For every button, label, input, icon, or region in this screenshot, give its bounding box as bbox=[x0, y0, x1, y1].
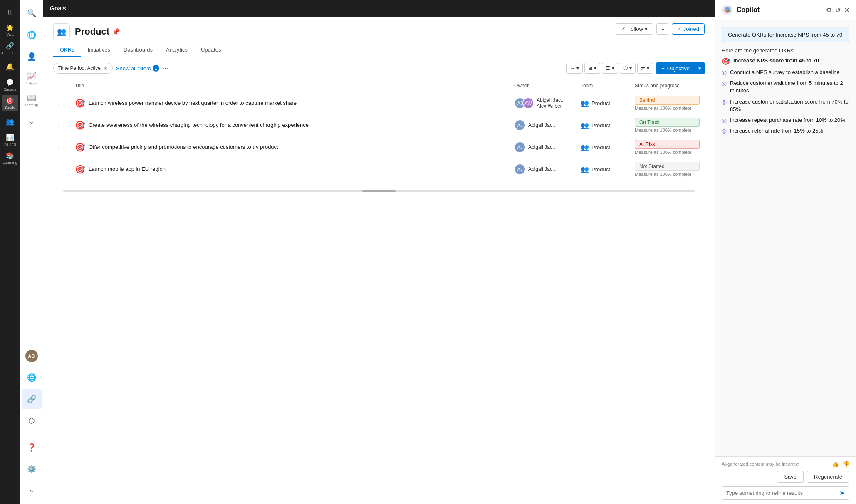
sidebar-item-learning[interactable]: 📖 Learning bbox=[22, 90, 42, 110]
nav-insights[interactable]: 📊 Insights bbox=[2, 131, 18, 148]
joined-button[interactable]: ✓ Joined bbox=[672, 23, 705, 35]
nav-people[interactable]: 👥 bbox=[2, 113, 18, 130]
view-table-button[interactable]: ☰ ▾ bbox=[602, 63, 618, 74]
save-button[interactable]: Save bbox=[777, 471, 804, 483]
okr-circle-icon-5: ◎ bbox=[722, 128, 727, 134]
expand-cell-2[interactable]: › bbox=[53, 114, 70, 136]
more-button[interactable]: ··· bbox=[656, 23, 668, 35]
sidebar-item-insights[interactable]: 📈 Insights bbox=[22, 68, 42, 88]
team-content-1: 👥 Product bbox=[581, 99, 625, 107]
view-connect-button[interactable]: ⬡ ▾ bbox=[620, 63, 636, 74]
team-content-4: 👥 Product bbox=[581, 166, 625, 173]
avatar-group-2: AJ bbox=[514, 119, 526, 131]
list-dropdown-icon: ▾ bbox=[576, 65, 579, 71]
nav-learning[interactable]: 📚 Learning bbox=[2, 150, 18, 166]
expand-icon-3[interactable]: › bbox=[58, 145, 60, 151]
title-content-2: 🎯 Create awareness of the wireless charg… bbox=[75, 120, 504, 130]
status-badge-4: Not Started bbox=[635, 162, 700, 171]
okr-text-5: Increase referral rate from 15% to 25% bbox=[730, 127, 823, 135]
title-content-3: 🎯 Offer competitive pricing and promotio… bbox=[75, 142, 504, 152]
team-col-header: Team bbox=[576, 79, 630, 92]
expand-cell-3[interactable]: › bbox=[53, 136, 70, 158]
follow-button[interactable]: ✓ Follow ▾ bbox=[616, 23, 653, 35]
owner-cell-1: AJ AW Abigail Jac... Alex Wilber bbox=[509, 92, 576, 114]
copilot-title-area: Copilot bbox=[722, 4, 760, 16]
okr-generated-item-3: ◎ Increase customer satisfaction score f… bbox=[722, 98, 849, 113]
team-cell-1: 👥 Product bbox=[576, 92, 630, 114]
avatar-group-1: AJ AW bbox=[514, 97, 534, 109]
expand-cell-1[interactable]: › bbox=[53, 92, 70, 114]
pin-icon: 📌 bbox=[112, 28, 120, 36]
sidebar-avatar1[interactable]: AB bbox=[22, 346, 42, 366]
objective-dropdown-icon[interactable]: ▾ bbox=[695, 62, 705, 74]
sidebar-goals-active[interactable]: 🔗 bbox=[22, 389, 42, 409]
tab-okrs[interactable]: OKRs bbox=[53, 43, 81, 57]
tab-initiatives[interactable]: Initiatives bbox=[81, 43, 117, 57]
nav-notifications[interactable]: 🔔 bbox=[2, 58, 18, 75]
thumbs-down-button[interactable]: 👎 bbox=[842, 461, 849, 467]
sidebar-item-globe[interactable]: 🌐 bbox=[22, 25, 42, 45]
thumbs-up-button[interactable]: 👍 bbox=[832, 461, 839, 467]
nav-goals[interactable]: 🎯 Goals bbox=[2, 95, 18, 111]
chevron-down-icon: ⌄ bbox=[29, 118, 34, 125]
nav-connections[interactable]: 🔗 Connections bbox=[2, 40, 18, 57]
product-name: Product 📌 bbox=[75, 26, 120, 37]
expand-cell-4[interactable] bbox=[53, 158, 70, 180]
table-icon: ☰ bbox=[606, 65, 610, 71]
status-content-4: Not Started Measure as 100% complete bbox=[635, 162, 700, 177]
expand-icon-1[interactable]: › bbox=[58, 101, 60, 106]
okr-text-4: Increase repeat purchase rate from 10% t… bbox=[730, 116, 845, 124]
tab-updates[interactable]: Updates bbox=[194, 43, 228, 57]
copilot-settings-button[interactable]: ⚙ bbox=[826, 6, 832, 14]
copilot-close-button[interactable]: ✕ bbox=[844, 6, 849, 14]
plus-icon: + bbox=[661, 65, 665, 72]
owner-content-1: AJ AW Abigail Jac... Alex Wilber bbox=[514, 97, 571, 109]
title-cell-3: 🎯 Offer competitive pricing and promotio… bbox=[70, 136, 509, 158]
show-all-filters[interactable]: Show all filters 1 bbox=[116, 65, 159, 72]
copilot-send-button[interactable]: ➤ bbox=[839, 489, 845, 497]
tab-analytics[interactable]: Analytics bbox=[159, 43, 194, 57]
nav-grid[interactable]: ⊞ bbox=[2, 3, 18, 20]
copilot-refine-input[interactable] bbox=[726, 490, 839, 496]
okr-generated-item-0: 🎯 Increase NPS score from 45 to 70 bbox=[722, 57, 849, 65]
goal-icon-4: 🎯 bbox=[75, 164, 85, 174]
sidebar-item-search[interactable]: 🔍 bbox=[22, 3, 42, 23]
goals2-icon: 🔗 bbox=[27, 395, 36, 404]
scrollbar[interactable] bbox=[63, 190, 695, 192]
tabs: OKRs Initiatives Dashboards Analytics Up… bbox=[53, 43, 705, 57]
title-cell-4: 🎯 Launch mobile app in EU region bbox=[70, 158, 509, 180]
sidebar-network[interactable]: ⬡ bbox=[22, 411, 42, 431]
viva-icon: 🌟 bbox=[6, 24, 14, 32]
sidebar-expand[interactable]: » bbox=[22, 481, 42, 501]
view-share-button[interactable]: ⇄ ▾ bbox=[637, 63, 653, 74]
okr-text-0: Increase NPS score from 45 to 70 bbox=[733, 57, 819, 64]
sidebar-chevron-down[interactable]: ⌄ bbox=[22, 111, 42, 131]
owner-content-2: AJ Abigail Jac... bbox=[514, 119, 571, 131]
sidebar-item-people[interactable]: 👤 bbox=[22, 47, 42, 67]
okr-generated-item-5: ◎ Increase referral rate from 15% to 25% bbox=[722, 127, 849, 135]
team-cell-2: 👥 Product bbox=[576, 114, 630, 136]
view-grid-button[interactable]: ⊞ ▾ bbox=[584, 63, 600, 74]
regenerate-button[interactable]: Regenerate bbox=[807, 471, 849, 483]
time-period-filter[interactable]: Time Period: Active ✕ bbox=[53, 63, 113, 74]
nav-engage[interactable]: 💬 Engage bbox=[2, 77, 18, 93]
add-objective-button[interactable]: + Objective ▾ bbox=[656, 62, 705, 74]
app-header: Goals bbox=[43, 0, 715, 17]
expand-icon-2[interactable]: › bbox=[58, 123, 60, 128]
feedback-actions: 👍 👎 bbox=[832, 461, 849, 467]
filter-close-icon[interactable]: ✕ bbox=[103, 65, 108, 72]
team-icon-4: 👥 bbox=[581, 166, 589, 173]
add-objective-main[interactable]: + Objective bbox=[656, 62, 695, 74]
copilot-back-button[interactable]: ↺ bbox=[835, 6, 841, 14]
main-content: Goals 👥 Product 📌 ✓ Follow bbox=[43, 0, 715, 504]
avatar-group-4: AJ bbox=[514, 163, 526, 175]
tab-dashboards[interactable]: Dashboards bbox=[117, 43, 159, 57]
nav-viva[interactable]: 🌟 Viva bbox=[2, 22, 18, 38]
sidebar-settings[interactable]: ⚙️ bbox=[22, 459, 42, 479]
sidebar-globe2[interactable]: 🌐 bbox=[22, 368, 42, 388]
filter-more-icon[interactable]: ··· bbox=[163, 64, 168, 72]
sidebar-help[interactable]: ❓ bbox=[22, 437, 42, 457]
okr-text-1: Conduct a NPS survey to establish a base… bbox=[730, 69, 840, 76]
team-icon-1: 👥 bbox=[581, 99, 589, 107]
view-list-button[interactable]: → ▾ bbox=[566, 63, 583, 74]
